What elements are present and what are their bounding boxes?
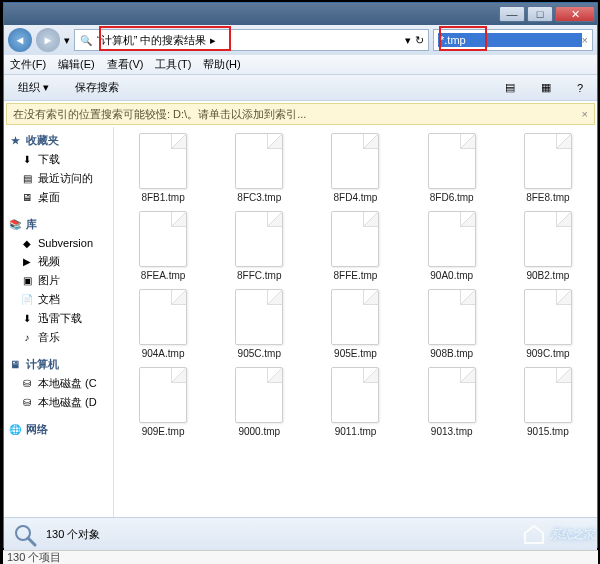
address-drop-icon[interactable]: ▾ — [405, 34, 411, 47]
item-label: 下载 — [38, 152, 60, 167]
toolbar: 组织 ▾ 保存搜索 ▤ ▦ ? — [4, 75, 597, 101]
file-item[interactable]: 8FD4.tmp — [308, 133, 402, 203]
file-name: 8FD4.tmp — [334, 192, 378, 203]
file-icon — [235, 211, 283, 267]
sidebar-item[interactable]: ♪音乐 — [6, 328, 111, 347]
menu-help[interactable]: 帮助(H) — [203, 57, 240, 72]
footer-bar: 130 个项目 — [3, 550, 598, 564]
file-name: 909C.tmp — [526, 348, 569, 359]
file-icon — [331, 367, 379, 423]
breadcrumb[interactable]: “计算机” 中的搜索结果 — [97, 33, 206, 48]
menu-file[interactable]: 文件(F) — [10, 57, 46, 72]
file-icon — [139, 367, 187, 423]
file-item[interactable]: 9000.tmp — [212, 367, 306, 437]
sidebar-computer[interactable]: 🖥计算机 — [6, 355, 111, 374]
file-name: 905E.tmp — [334, 348, 377, 359]
sidebar-item[interactable]: ⛁本地磁盘 (D — [6, 393, 111, 412]
close-button[interactable]: ✕ — [555, 6, 595, 22]
file-item[interactable]: 8FC3.tmp — [212, 133, 306, 203]
titlebar: — □ ✕ — [4, 3, 597, 25]
sidebar-item[interactable]: ⬇下载 — [6, 150, 111, 169]
file-icon — [524, 211, 572, 267]
file-name: 90A0.tmp — [430, 270, 473, 281]
file-item[interactable]: 909C.tmp — [501, 289, 595, 359]
info-text: 在没有索引的位置搜索可能较慢: D:\。请单击以添加到索引... — [13, 107, 306, 122]
minimize-button[interactable]: — — [499, 6, 525, 22]
file-icon — [428, 289, 476, 345]
help-icon[interactable]: ? — [569, 80, 591, 96]
menu-tools[interactable]: 工具(T) — [155, 57, 191, 72]
file-name: 8FC3.tmp — [237, 192, 281, 203]
file-item[interactable]: 8FEA.tmp — [116, 211, 210, 281]
file-name: 904A.tmp — [142, 348, 185, 359]
file-name: 9013.tmp — [431, 426, 473, 437]
file-name: 905C.tmp — [238, 348, 281, 359]
sidebar-item[interactable]: 📄文档 — [6, 290, 111, 309]
file-item[interactable]: 90B2.tmp — [501, 211, 595, 281]
menu-edit[interactable]: 编辑(E) — [58, 57, 95, 72]
file-name: 9011.tmp — [335, 426, 377, 437]
refresh-icon[interactable]: ↻ — [415, 34, 424, 47]
item-icon: ⛁ — [20, 396, 34, 410]
sidebar-item[interactable]: ⛁本地磁盘 (C — [6, 374, 111, 393]
file-item[interactable]: 905C.tmp — [212, 289, 306, 359]
file-item[interactable]: 904A.tmp — [116, 289, 210, 359]
item-label: 图片 — [38, 273, 60, 288]
forward-button[interactable]: ► — [36, 28, 60, 52]
item-label: 本地磁盘 (C — [38, 376, 97, 391]
sidebar-label: 库 — [26, 217, 37, 232]
item-icon: ▣ — [20, 274, 34, 288]
save-search-button[interactable]: 保存搜索 — [67, 78, 127, 97]
sidebar-item[interactable]: ▣图片 — [6, 271, 111, 290]
file-item[interactable]: 8FD6.tmp — [405, 133, 499, 203]
item-label: 最近访问的 — [38, 171, 93, 186]
star-icon: ★ — [8, 134, 22, 148]
menu-view[interactable]: 查看(V) — [107, 57, 144, 72]
sidebar-item[interactable]: ▤最近访问的 — [6, 169, 111, 188]
file-icon — [235, 289, 283, 345]
file-icon — [428, 211, 476, 267]
file-item[interactable]: 9011.tmp — [308, 367, 402, 437]
sidebar-favorites[interactable]: ★收藏夹 — [6, 131, 111, 150]
chevron-right-icon[interactable]: ▸ — [210, 34, 216, 47]
file-pane: 8FB1.tmp8FC3.tmp8FD4.tmp8FD6.tmp8FE8.tmp… — [114, 127, 597, 517]
sidebar-item[interactable]: ⬇迅雷下载 — [6, 309, 111, 328]
info-close-icon[interactable]: × — [582, 108, 588, 120]
clear-search-icon[interactable]: × — [582, 34, 588, 46]
search-input[interactable] — [438, 33, 582, 47]
sidebar-item[interactable]: ▶视频 — [6, 252, 111, 271]
item-icon: ▶ — [20, 255, 34, 269]
search-box[interactable]: × — [433, 29, 593, 51]
sidebar-item[interactable]: 🖥桌面 — [6, 188, 111, 207]
back-button[interactable]: ◄ — [8, 28, 32, 52]
file-name: 8FB1.tmp — [141, 192, 184, 203]
file-item[interactable]: 905E.tmp — [308, 289, 402, 359]
sidebar-network[interactable]: 🌐网络 — [6, 420, 111, 439]
maximize-button[interactable]: □ — [527, 6, 553, 22]
view-icon[interactable]: ▤ — [497, 79, 523, 96]
organize-button[interactable]: 组织 ▾ — [10, 78, 57, 97]
address-bar[interactable]: 🔍 “计算机” 中的搜索结果 ▸ ▾ ↻ — [74, 29, 429, 51]
sidebar-label: 网络 — [26, 422, 48, 437]
sidebar-item[interactable]: ◆Subversion — [6, 234, 111, 252]
file-name: 90B2.tmp — [526, 270, 569, 281]
info-bar[interactable]: 在没有索引的位置搜索可能较慢: D:\。请单击以添加到索引... × — [6, 103, 595, 125]
status-bar: 130 个对象 — [4, 517, 597, 551]
nav-history-drop-icon[interactable]: ▾ — [64, 34, 70, 47]
preview-pane-icon[interactable]: ▦ — [533, 79, 559, 96]
item-icon: ▤ — [20, 172, 34, 186]
file-item[interactable]: 8FE8.tmp — [501, 133, 595, 203]
file-item[interactable]: 8FB1.tmp — [116, 133, 210, 203]
sidebar-libraries[interactable]: 📚库 — [6, 215, 111, 234]
file-item[interactable]: 8FFE.tmp — [308, 211, 402, 281]
file-item[interactable]: 90A0.tmp — [405, 211, 499, 281]
file-item[interactable]: 9015.tmp — [501, 367, 595, 437]
file-item[interactable]: 9013.tmp — [405, 367, 499, 437]
file-item[interactable]: 909E.tmp — [116, 367, 210, 437]
file-item[interactable]: 8FFC.tmp — [212, 211, 306, 281]
file-icon — [331, 211, 379, 267]
file-icon — [428, 133, 476, 189]
file-item[interactable]: 908B.tmp — [405, 289, 499, 359]
network-icon: 🌐 — [8, 423, 22, 437]
menu-bar: 文件(F) 编辑(E) 查看(V) 工具(T) 帮助(H) — [4, 55, 597, 75]
